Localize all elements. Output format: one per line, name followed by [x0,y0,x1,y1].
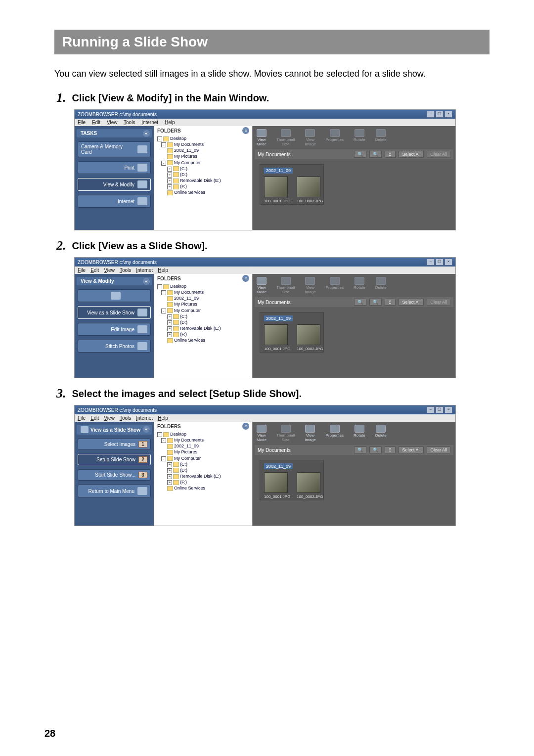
menu-internet[interactable]: Internet [141,120,158,125]
minimize-icon[interactable]: – [427,259,435,266]
collapse-icon[interactable]: « [143,426,150,433]
up-button[interactable]: ↥ [385,299,396,306]
menu-help[interactable]: Help [158,415,168,421]
up-button[interactable]: ↥ [385,151,396,158]
task-internet[interactable]: Internet [78,195,151,208]
tree-expand-icon[interactable]: + [167,184,172,189]
collapse-icon[interactable]: « [143,130,150,137]
zoom-out-button[interactable]: 🔍 [369,299,382,306]
collapse-icon[interactable]: « [242,127,249,134]
tb-rotate[interactable]: Rotate [354,425,365,442]
tree-collapse-icon[interactable]: - [161,161,166,166]
tb-properties[interactable]: Properties [326,425,344,442]
tree-expand-icon[interactable]: + [167,173,172,178]
task-start-slide-show[interactable]: Start Slide Show...3 [78,469,151,481]
menu-edit[interactable]: Edit [90,415,99,421]
tb-thumbnail-size[interactable]: ThumbnailSize [276,129,295,146]
task-view-slide-show[interactable]: View as a Slide Show [78,306,151,319]
tree-d[interactable]: (D:) [180,172,187,177]
tb-thumbnail-size[interactable]: ThumbnailSize [276,425,295,442]
tb-delete[interactable]: Delete [375,129,387,146]
thumbnail[interactable]: 100_0002.JPG [297,324,319,351]
select-all-button[interactable]: Select All [399,151,424,158]
menu-tools[interactable]: Tools [120,415,131,421]
maximize-icon[interactable]: ▢ [436,406,444,413]
tree-collapse-icon[interactable]: - [161,142,166,147]
clear-all-button[interactable]: Clear All [427,299,450,306]
menu-internet[interactable]: Internet [136,267,153,273]
thumbnail[interactable]: 100_0001.JPG [264,472,287,499]
menu-tools[interactable]: Tools [124,120,135,125]
task-edit-image[interactable]: Edit Image [78,323,151,336]
menu-file[interactable]: File [78,120,86,125]
close-icon[interactable]: × [445,406,452,413]
task-setup-slide-show[interactable]: Setup Slide Show2 [78,454,151,465]
zoom-in-button[interactable]: 🔍 [354,446,366,453]
tree-expand-icon[interactable]: + [167,178,172,183]
clear-all-button[interactable]: Clear All [427,446,450,453]
tree-e[interactable]: Removable Disk (E:) [180,178,221,183]
zoom-in-button[interactable]: 🔍 [354,299,366,306]
menu-internet[interactable]: Internet [136,415,153,421]
menu-view[interactable]: View [104,267,115,273]
tb-properties[interactable]: Properties [326,129,344,146]
tree-mypics[interactable]: My Pictures [174,154,197,159]
clear-all-button[interactable]: Clear All [427,151,450,158]
task-view-modify[interactable]: View & Modify [78,178,151,191]
thumbnail[interactable]: 100_0002.JPG [297,472,319,499]
task-return-main-menu[interactable]: Return to Main Menu [78,485,151,497]
tb-view-image[interactable]: ViewImage [305,277,315,294]
maximize-icon[interactable]: ▢ [436,111,444,118]
collapse-icon[interactable]: « [242,423,249,430]
collapse-icon[interactable]: « [143,278,150,285]
menu-file[interactable]: File [78,415,86,421]
collapse-icon[interactable]: « [242,275,249,282]
maximize-icon[interactable]: ▢ [436,259,444,266]
zoom-out-button[interactable]: 🔍 [369,446,382,453]
tb-delete[interactable]: Delete [375,277,387,294]
menu-help[interactable]: Help [165,120,175,125]
zoom-out-button[interactable]: 🔍 [369,151,382,158]
tree-f[interactable]: (F:) [180,184,187,189]
close-icon[interactable]: × [445,259,452,266]
tb-view-image[interactable]: ViewImage [305,425,315,442]
minimize-icon[interactable]: – [427,406,435,413]
select-all-button[interactable]: Select All [399,446,424,453]
tb-thumbnail-size[interactable]: ThumbnailSize [276,277,295,294]
menu-edit[interactable]: Edit [92,120,100,125]
menu-view[interactable]: View [107,120,118,125]
tb-view-mode[interactable]: ViewMode [257,277,267,294]
task-select-images[interactable]: Select Images1 [78,439,151,450]
tree-mycomp[interactable]: My Computer [174,160,201,165]
tree-online[interactable]: Online Services [174,190,205,195]
menu-view[interactable]: View [104,415,115,421]
task-stitch-photos[interactable]: Stitch Photos [78,340,151,353]
tree-mydocs[interactable]: My Documents [174,142,204,147]
minimize-icon[interactable]: – [427,111,435,118]
tree-desktop[interactable]: Desktop [170,136,186,141]
menu-file[interactable]: File [78,267,86,273]
tree-c[interactable]: (C:) [180,166,187,171]
thumbnail[interactable]: 100_0001.JPG [264,177,287,203]
tb-view-mode[interactable]: ViewMode [257,425,267,442]
tree-collapse-icon[interactable]: - [157,136,162,141]
zoom-in-button[interactable]: 🔍 [354,151,366,158]
menu-edit[interactable]: Edit [90,267,99,273]
select-all-button[interactable]: Select All [399,299,424,306]
tb-view-image[interactable]: ViewImage [305,129,315,146]
tb-rotate[interactable]: Rotate [354,129,365,146]
task-placeholder[interactable] [78,289,151,302]
tb-delete[interactable]: Delete [375,425,387,442]
menu-tools[interactable]: Tools [120,267,131,273]
tb-rotate[interactable]: Rotate [354,277,365,294]
tree-date[interactable]: 2002_11_09 [174,148,199,153]
task-print[interactable]: Print [78,161,151,174]
thumbnail[interactable]: 100_0001.JPG [264,324,287,351]
close-icon[interactable]: × [445,111,452,118]
task-camera[interactable]: Camera & Memory Card [78,141,151,157]
menu-help[interactable]: Help [158,267,168,273]
tree-expand-icon[interactable]: + [167,167,172,172]
tb-view-mode[interactable]: ViewMode [257,129,267,146]
tb-properties[interactable]: Properties [326,277,344,294]
thumbnail[interactable]: 100_0002.JPG [297,177,319,203]
